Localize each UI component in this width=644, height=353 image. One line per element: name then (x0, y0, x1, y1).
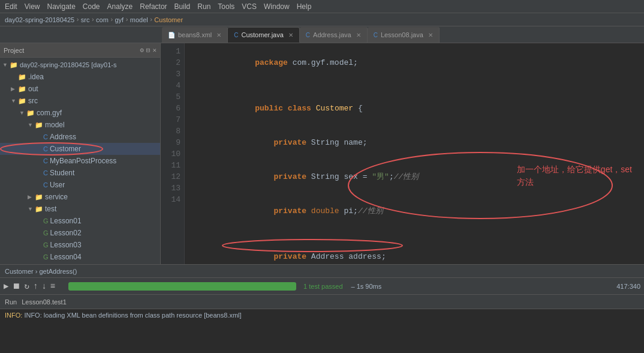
tab-label-addressjava: Address.java (313, 31, 351, 38)
project-collapse-icon[interactable]: ⊟ (146, 46, 151, 54)
tree-label-comgyf: com.gyf (37, 109, 62, 117)
xml-icon: 📄 (168, 32, 175, 38)
tree-item-out[interactable]: ▶ 📁 out (0, 83, 160, 95)
tab-bar: 📄 beans8.xml ✕ C Customer.java ✕ C Addre… (0, 26, 644, 43)
status-bar-text: Customer › getAddress() (5, 268, 77, 275)
menu-item-edit[interactable]: Edit (5, 2, 17, 11)
tree-item-lesson02[interactable]: G Lesson02 (0, 227, 160, 239)
tree-item-model[interactable]: ▼ 📁 model (0, 119, 160, 131)
breadcrumb-project[interactable]: day02-spring-20180425 (5, 16, 74, 23)
menu-item-analyze[interactable]: Analyze (107, 2, 133, 11)
java-icon-address-tree: C (43, 133, 48, 140)
project-panel-title: Project (4, 47, 137, 54)
project-close-icon[interactable]: ✕ (152, 46, 157, 54)
tree-label-lesson02: Lesson02 (50, 229, 82, 237)
run-coords: 417:340 (616, 283, 640, 290)
folder-icon-idea: 📁 (18, 73, 26, 81)
menu-item-refactor[interactable]: Refactor (140, 2, 167, 11)
code-line-7 (189, 228, 639, 240)
tab-label-customerjava: Customer.java (242, 31, 284, 38)
tree-label-lesson01: Lesson01 (50, 217, 82, 225)
code-line-1: package com.gyf.model; (189, 46, 639, 80)
tree-label-lesson03: Lesson03 (50, 241, 82, 249)
tree-label-idea: .idea (28, 73, 44, 81)
address-field-oval (219, 238, 405, 253)
run-panel-tabs: Run Lesson08.test1 (0, 295, 644, 309)
tab-lesson08java[interactable]: C Lesson08.java ✕ (368, 27, 440, 43)
tab-close-addressjava[interactable]: ✕ (356, 32, 361, 38)
tree-item-root[interactable]: ▼ 📁 day02-spring-20180425 [day01-s (0, 59, 160, 71)
tree-item-address[interactable]: C Address (0, 131, 160, 143)
menu-item-code[interactable]: Code (83, 2, 100, 11)
breadcrumb-gyf[interactable]: gyf (115, 16, 124, 23)
line-numbers: 12345 678910 11121314 (161, 43, 185, 264)
tree-item-lesson01[interactable]: G Lesson01 (0, 215, 160, 227)
code-line-3: public class Customer { (189, 91, 639, 125)
breadcrumb-model[interactable]: model (130, 16, 148, 23)
breadcrumb-src[interactable]: src (81, 16, 90, 23)
menu-item-navigate[interactable]: Navigate (47, 2, 75, 11)
tree-item-mybeanpost[interactable]: C MyBeanPostProcess (0, 155, 160, 167)
tree-label-src: src (28, 97, 38, 105)
menu-item-window[interactable]: Window (264, 2, 290, 11)
java-icon-user: C (43, 181, 48, 189)
tab-close-beans8xml[interactable]: ✕ (216, 32, 221, 38)
tree-item-lesson03[interactable]: G Lesson03 (0, 239, 160, 251)
breadcrumb-customer[interactable]: Customer (154, 16, 183, 23)
java-icon-address: C (306, 32, 310, 38)
menu-item-view[interactable]: View (25, 2, 40, 11)
folder-icon-model: 📁 (35, 121, 43, 129)
tab-customerjava[interactable]: C Customer.java ✕ (228, 27, 300, 43)
info-prefix: INFO: (5, 312, 24, 319)
tab-beans8xml[interactable]: 📄 beans8.xml ✕ (162, 27, 228, 43)
java-icon-lesson01: G (43, 217, 49, 225)
run-panel: ▶ ⏹ ↻ ↑ ↓ ≡ 1 test passed – 1s 90ms 417:… (0, 277, 644, 324)
code-editor[interactable]: 12345 678910 11121314 package com.gyf.mo… (161, 43, 644, 264)
menu-item-build[interactable]: Build (174, 2, 191, 11)
code-line-8: private Address address; (189, 240, 639, 264)
folder-icon-comgyf: 📁 (26, 109, 35, 117)
run-log-text: INFO: loading XML bean definitions from … (24, 312, 241, 319)
code-line-6: private double pi;//性别 (189, 194, 639, 228)
menu-item-run[interactable]: Run (197, 2, 210, 11)
run-play-icon[interactable]: ▶ (4, 281, 8, 291)
tab-close-customerjava[interactable]: ✕ (288, 32, 293, 38)
tree-item-lesson04[interactable]: G Lesson04 (0, 251, 160, 263)
menu-item-help[interactable]: Help (297, 2, 312, 11)
code-content: 12345 678910 11121314 package com.gyf.mo… (161, 43, 644, 264)
code-area[interactable]: package com.gyf.model; public class Cust… (185, 43, 644, 264)
run-rerun-icon[interactable]: ↻ (24, 281, 29, 291)
java-icon-mybeanpost: C (43, 157, 48, 164)
java-icon-customer: C (234, 32, 238, 38)
breadcrumb-com[interactable]: com (96, 16, 109, 23)
java-icon-lesson08: C (374, 32, 378, 38)
tree-item-idea[interactable]: 📁 .idea (0, 71, 160, 83)
menu-item-vcs[interactable]: VCS (242, 2, 257, 11)
run-log-info: INFO: INFO: loading XML bean definitions… (5, 312, 639, 319)
project-settings-icon[interactable]: ⚙ (140, 46, 144, 54)
tree-item-student[interactable]: C Student (0, 167, 160, 179)
run-stop-icon[interactable]: ⏹ (12, 282, 20, 291)
tree-item-user[interactable]: C User (0, 179, 160, 191)
tree-item-customer[interactable]: C Customer (0, 143, 160, 155)
run-more-icon[interactable]: ≡ (50, 282, 55, 291)
tab-addressjava[interactable]: C Address.java ✕ (300, 27, 368, 43)
tree-item-comgyf[interactable]: ▼ 📁 com.gyf (0, 107, 160, 119)
arrow-root: ▼ (2, 62, 10, 68)
tree-item-lesson05[interactable]: G Lesson05 (0, 263, 160, 264)
run-progress-bar (68, 282, 296, 291)
tree-item-src[interactable]: ▼ 📁 src (0, 95, 160, 107)
run-progress-fill (68, 282, 296, 291)
run-down-icon[interactable]: ↓ (41, 282, 46, 291)
tree-item-test[interactable]: ▼ 📁 test (0, 203, 160, 215)
run-tab-label[interactable]: Run (5, 298, 17, 306)
run-panel-content: INFO: INFO: loading XML bean definitions… (0, 309, 644, 321)
run-up-icon[interactable]: ↑ (33, 282, 38, 291)
tree-item-service[interactable]: ▶ 📁 service (0, 191, 160, 203)
run-status-text: 1 test passed (303, 283, 342, 290)
tab-close-lesson08java[interactable]: ✕ (428, 32, 433, 38)
run-test-label[interactable]: Lesson08.test1 (22, 298, 67, 306)
menu-item-tools[interactable]: Tools (218, 2, 234, 11)
menu-bar: Edit View Navigate Code Analyze Refactor… (0, 0, 644, 13)
project-header: Project ⚙ ⊟ ✕ (0, 43, 160, 58)
